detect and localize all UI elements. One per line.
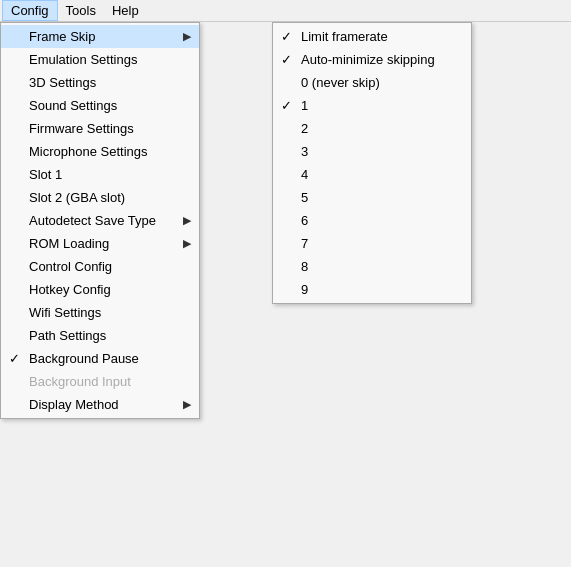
menubar-help[interactable]: Help: [104, 1, 147, 20]
control-config-label: Control Config: [29, 259, 112, 274]
menu-item-wifi-settings[interactable]: Wifi Settings: [1, 301, 199, 324]
path-settings-label: Path Settings: [29, 328, 106, 343]
wifi-settings-label: Wifi Settings: [29, 305, 101, 320]
menu-item-control-config[interactable]: Control Config: [1, 255, 199, 278]
menu-item-skip-1[interactable]: ✓ 1: [273, 94, 471, 117]
menu-item-3d-settings[interactable]: 3D Settings: [1, 71, 199, 94]
menu-item-auto-minimize-skipping[interactable]: ✓ Auto-minimize skipping: [273, 48, 471, 71]
menu-item-skip-8[interactable]: 8: [273, 255, 471, 278]
menu-item-firmware-settings[interactable]: Firmware Settings: [1, 117, 199, 140]
menubar-tools[interactable]: Tools: [58, 1, 104, 20]
dropdown-container: ▶ Frame Skip Emulation Settings 3D Setti…: [0, 22, 200, 419]
never-skip-label: 0 (never skip): [301, 75, 380, 90]
menu-item-skip-9[interactable]: 9: [273, 278, 471, 301]
background-pause-label: Background Pause: [29, 351, 139, 366]
skip-1-checkmark: ✓: [281, 98, 292, 113]
sound-settings-label: Sound Settings: [29, 98, 117, 113]
menu-item-autodetect-save-type[interactable]: Autodetect Save Type ▶: [1, 209, 199, 232]
slot-1-label: Slot 1: [29, 167, 62, 182]
firmware-settings-label: Firmware Settings: [29, 121, 134, 136]
skip-5-label: 5: [301, 190, 308, 205]
menu-item-path-settings[interactable]: Path Settings: [1, 324, 199, 347]
autodetect-save-type-label: Autodetect Save Type: [29, 213, 156, 228]
3d-settings-label: 3D Settings: [29, 75, 96, 90]
menu-item-skip-6[interactable]: 6: [273, 209, 471, 232]
menu-item-limit-framerate[interactable]: ✓ Limit framerate: [273, 25, 471, 48]
microphone-settings-label: Microphone Settings: [29, 144, 148, 159]
menu-item-skip-4[interactable]: 4: [273, 163, 471, 186]
menu-item-skip-2[interactable]: 2: [273, 117, 471, 140]
frame-skip-label: Frame Skip: [29, 29, 95, 44]
limit-framerate-label: Limit framerate: [301, 29, 388, 44]
auto-minimize-checkmark: ✓: [281, 52, 292, 67]
auto-minimize-label: Auto-minimize skipping: [301, 52, 435, 67]
skip-4-label: 4: [301, 167, 308, 182]
skip-6-label: 6: [301, 213, 308, 228]
menu-item-never-skip[interactable]: 0 (never skip): [273, 71, 471, 94]
menu-item-skip-3[interactable]: 3: [273, 140, 471, 163]
menu-item-skip-5[interactable]: 5: [273, 186, 471, 209]
menu-item-background-input: Background Input: [1, 370, 199, 393]
skip-9-label: 9: [301, 282, 308, 297]
display-method-label: Display Method: [29, 397, 119, 412]
skip-3-label: 3: [301, 144, 308, 159]
slot-2-label: Slot 2 (GBA slot): [29, 190, 125, 205]
limit-framerate-checkmark: ✓: [281, 29, 292, 44]
secondary-menu: ✓ Limit framerate ✓ Auto-minimize skippi…: [272, 22, 472, 304]
menu-item-hotkey-config[interactable]: Hotkey Config: [1, 278, 199, 301]
menu-item-slot-2[interactable]: Slot 2 (GBA slot): [1, 186, 199, 209]
skip-1-label: 1: [301, 98, 308, 113]
primary-menu: ▶ Frame Skip Emulation Settings 3D Setti…: [0, 22, 200, 419]
menu-item-slot-1[interactable]: Slot 1: [1, 163, 199, 186]
background-pause-checkmark: ✓: [9, 351, 20, 366]
menu-item-emulation-settings[interactable]: Emulation Settings: [1, 48, 199, 71]
skip-7-label: 7: [301, 236, 308, 251]
rom-loading-label: ROM Loading: [29, 236, 109, 251]
menu-item-microphone-settings[interactable]: Microphone Settings: [1, 140, 199, 163]
menu-item-frame-skip[interactable]: ▶ Frame Skip: [1, 25, 199, 48]
menu-item-skip-7[interactable]: 7: [273, 232, 471, 255]
skip-8-label: 8: [301, 259, 308, 274]
menu-item-rom-loading[interactable]: ROM Loading ▶: [1, 232, 199, 255]
hotkey-config-label: Hotkey Config: [29, 282, 111, 297]
background-input-label: Background Input: [29, 374, 131, 389]
menu-item-display-method[interactable]: Display Method ▶: [1, 393, 199, 416]
menu-item-sound-settings[interactable]: Sound Settings: [1, 94, 199, 117]
menubar-config[interactable]: Config: [2, 0, 58, 21]
skip-2-label: 2: [301, 121, 308, 136]
menu-item-background-pause[interactable]: ✓ Background Pause: [1, 347, 199, 370]
emulation-settings-label: Emulation Settings: [29, 52, 137, 67]
menubar: Config Tools Help: [0, 0, 571, 22]
